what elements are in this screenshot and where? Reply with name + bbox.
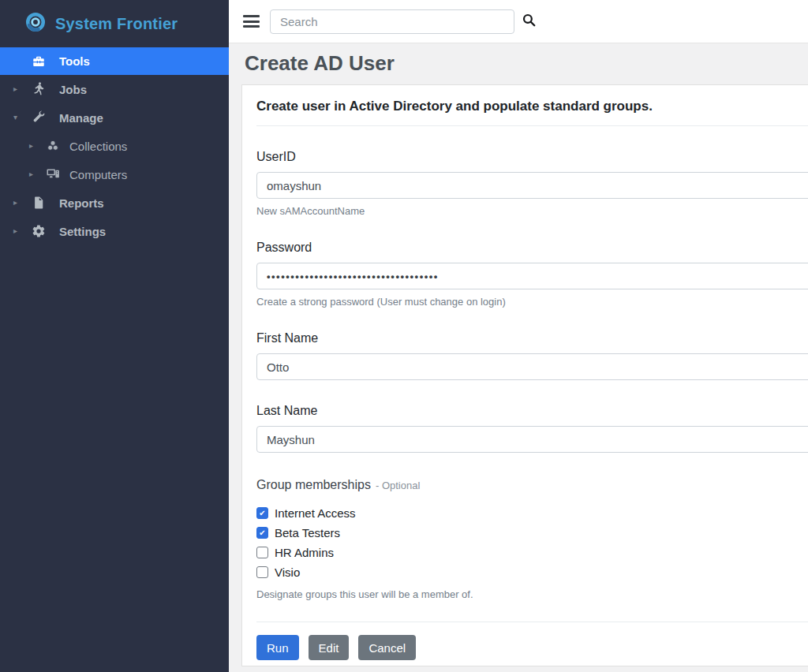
checkbox-label: HR Admins — [275, 546, 334, 559]
hr-admins-checkbox[interactable] — [256, 547, 268, 558]
checkbox-label: Visio — [275, 566, 300, 579]
sidebar-item-jobs[interactable]: ▸ Jobs — [0, 75, 229, 103]
first-name-label: First Name — [256, 331, 808, 345]
divider — [256, 125, 808, 126]
clusters-icon — [45, 139, 60, 154]
runner-icon — [31, 82, 46, 97]
checkbox-row-beta-testers[interactable]: Beta Testers — [256, 523, 808, 543]
tool-form-card: Create user in Active Directory and popu… — [241, 84, 808, 666]
visio-checkbox[interactable] — [256, 566, 268, 578]
sidebar-item-settings[interactable]: ▸ Settings — [0, 217, 229, 245]
sidebar-item-manage[interactable]: ▾ Manage — [0, 103, 229, 132]
sidebar: System Frontier Tools ▸ Jobs ▾ Manage ▸ — [0, 0, 229, 672]
button-row: Run Edit Cancel — [256, 635, 808, 660]
toolbox-icon — [31, 54, 46, 69]
divider — [256, 622, 808, 622]
optional-note: - Optional — [376, 480, 420, 491]
last-name-input[interactable] — [256, 426, 808, 453]
sidebar-item-label: Computers — [0, 168, 127, 181]
main-content: Create AD User Create user in Active Dir… — [229, 0, 808, 672]
group-memberships-label: Group memberships — [256, 478, 371, 492]
wrench-icon — [31, 110, 46, 125]
sidebar-item-computers[interactable]: ▸ Computers — [0, 160, 229, 189]
sidebar-item-label: Collections — [0, 140, 127, 153]
password-input[interactable] — [256, 263, 808, 289]
brand[interactable]: System Frontier — [0, 0, 229, 47]
search-input[interactable] — [270, 9, 514, 34]
chevron-down-icon: ▾ — [13, 113, 17, 121]
group-memberships-help-text: Designate groups this user will be a mem… — [256, 588, 808, 600]
checkbox-row-internet-access[interactable]: Internet Access — [256, 503, 808, 523]
checkbox-label: Beta Testers — [275, 526, 340, 539]
chevron-right-icon: ▸ — [13, 226, 17, 235]
brand-logo-icon — [25, 12, 46, 35]
checkbox-row-visio[interactable]: Visio — [256, 562, 808, 582]
userid-input[interactable] — [256, 172, 808, 199]
beta-testers-checkbox[interactable] — [256, 527, 268, 539]
title-band: Create AD User — [229, 43, 808, 84]
password-label: Password — [256, 241, 808, 255]
document-icon — [31, 196, 46, 211]
brand-name: System Frontier — [55, 15, 178, 33]
run-button[interactable]: Run — [256, 635, 299, 660]
search-button[interactable] — [522, 13, 537, 30]
userid-help-text: New sAMAccountName — [256, 205, 808, 217]
hamburger-menu-icon[interactable] — [243, 13, 260, 31]
chevron-right-icon: ▸ — [29, 170, 33, 178]
password-help-text: Create a strong password (User must chan… — [256, 296, 808, 308]
tool-description: Create user in Active Directory and popu… — [256, 99, 808, 114]
userid-label: UserID — [256, 150, 808, 164]
internet-access-checkbox[interactable] — [256, 507, 268, 519]
chevron-right-icon: ▸ — [29, 141, 33, 150]
edit-button[interactable]: Edit — [309, 635, 350, 660]
search-icon — [522, 13, 537, 30]
sidebar-item-reports[interactable]: ▸ Reports — [0, 189, 229, 217]
page-title: Create AD User — [245, 51, 808, 76]
group-memberships-header: Group memberships - Optional — [256, 478, 808, 492]
chevron-right-icon: ▸ — [13, 198, 17, 207]
cancel-button[interactable]: Cancel — [358, 635, 416, 660]
gear-icon — [31, 224, 46, 239]
computer-icon — [45, 167, 60, 182]
sidebar-nav: Tools ▸ Jobs ▾ Manage ▸ Collections ▸ — [0, 47, 229, 245]
topbar — [229, 0, 808, 43]
last-name-label: Last Name — [256, 404, 808, 418]
sidebar-item-tools[interactable]: Tools — [0, 47, 229, 75]
chevron-right-icon: ▸ — [13, 84, 17, 93]
sidebar-item-collections[interactable]: ▸ Collections — [0, 132, 229, 160]
first-name-input[interactable] — [256, 353, 808, 380]
checkbox-row-hr-admins[interactable]: HR Admins — [256, 543, 808, 562]
checkbox-label: Internet Access — [275, 506, 356, 520]
